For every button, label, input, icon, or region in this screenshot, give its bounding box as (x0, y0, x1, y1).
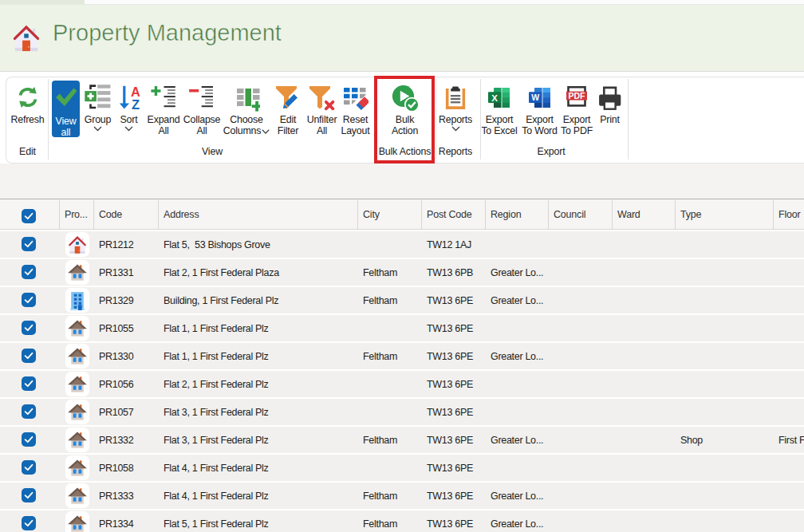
svg-text:W: W (531, 93, 539, 102)
svg-text:X: X (491, 93, 498, 103)
